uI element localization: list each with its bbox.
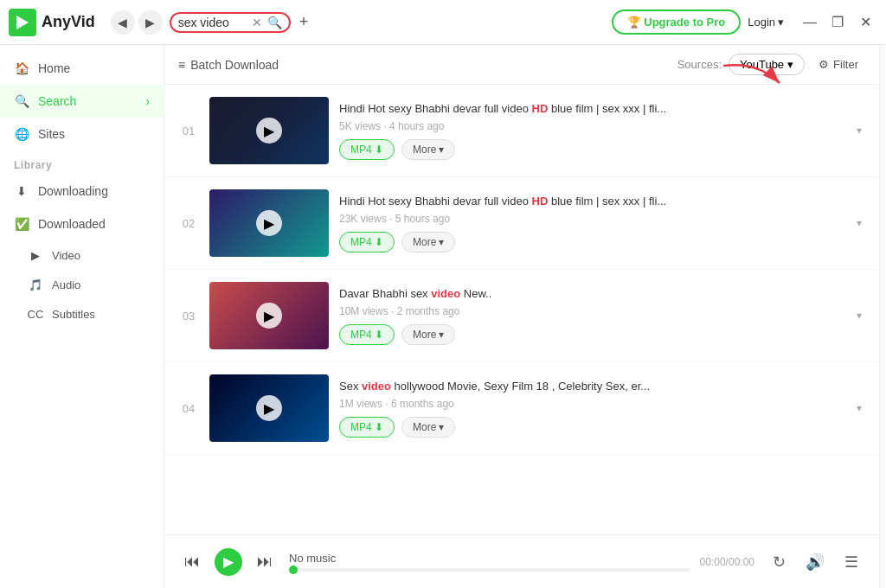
result-number: 01 [178, 125, 199, 137]
more-label: More [413, 329, 436, 341]
login-chevron: ▾ [778, 16, 784, 29]
search-icon: 🔍 [14, 93, 29, 109]
player-track: No music [289, 552, 690, 572]
main-layout: 🏠 Home 🔍 Search › 🌐 Sites Library ⬇ Down… [0, 45, 886, 588]
sites-icon: 🌐 [14, 126, 29, 142]
next-button[interactable]: ⏭ [251, 548, 279, 576]
minimize-button[interactable]: — [798, 10, 822, 35]
sidebar: 🏠 Home 🔍 Search › 🌐 Sites Library ⬇ Down… [0, 45, 164, 588]
more-chevron: ▾ [439, 236, 444, 248]
youtube-source-button[interactable]: YouTube ▾ [729, 54, 805, 75]
track-progress-dot [289, 566, 298, 574]
volume-button[interactable]: 🔊 [801, 548, 829, 576]
title-post: hollywood Movie, Sexy Film 18 , Celebrit… [391, 380, 650, 393]
player-time: 00:00/00:00 [700, 556, 754, 568]
youtube-label: YouTube [740, 58, 784, 71]
content-area: ≡ Batch Download Sources: YouTube ▾ ⚙ Fi… [164, 45, 879, 588]
more-button[interactable]: More ▾ [401, 324, 455, 345]
result-item: 02 ▶ Hindi Hot sexy Bhabhi devar full vi… [164, 177, 879, 270]
mp4-download-button[interactable]: MP4 ⬇ [339, 417, 395, 438]
filter-button[interactable]: ⚙ Filter [812, 54, 865, 74]
sidebar-item-home[interactable]: 🏠 Home [0, 52, 164, 85]
home-icon: 🏠 [14, 61, 29, 76]
title-post: blue film | sex xxx | fli... [548, 102, 666, 115]
tab-add-button[interactable]: + [299, 13, 309, 31]
close-button[interactable]: ✕ [853, 10, 877, 35]
mp4-download-button[interactable]: MP4 ⬇ [339, 324, 395, 345]
subtitles-icon: CC [28, 306, 43, 322]
back-button[interactable]: ◀ [111, 10, 135, 35]
sidebar-audio-label: Audio [52, 278, 80, 291]
sidebar-item-search[interactable]: 🔍 Search › [0, 85, 164, 118]
prev-button[interactable]: ⏮ [178, 548, 206, 576]
sidebar-item-sites[interactable]: 🌐 Sites [0, 118, 164, 150]
play-overlay: ▶ [256, 118, 282, 144]
title-highlight: video [431, 287, 460, 300]
tab-search-button[interactable]: 🔍 [267, 16, 282, 29]
library-label: Library [0, 150, 164, 175]
more-chevron: ▾ [439, 144, 444, 156]
bottom-player: ⏮ ▶ ⏭ No music 00:00/00:00 ↻ 🔊 ☰ [164, 534, 879, 588]
more-button[interactable]: More ▾ [401, 417, 455, 438]
repeat-button[interactable]: ↻ [765, 548, 793, 576]
sidebar-sub-item-subtitles[interactable]: CC Subtitles [0, 299, 164, 329]
tab-close-button[interactable]: ✕ [250, 16, 264, 29]
result-dropdown-arrow[interactable]: ▾ [853, 399, 865, 418]
result-info: Sex video hollywood Movie, Sexy Film 18 … [339, 379, 843, 438]
forward-button[interactable]: ▶ [138, 10, 163, 35]
content-header: ≡ Batch Download Sources: YouTube ▾ ⚙ Fi… [164, 45, 879, 85]
title-highlight: HD [532, 195, 549, 208]
result-info: Hindi Hot sexy Bhabhi devar full video H… [339, 194, 843, 252]
filter-icon: ⚙ [819, 58, 829, 71]
sources-label: Sources: [677, 58, 722, 71]
title-pre: Hindi Hot sexy Bhabhi devar full video [339, 102, 532, 115]
result-dropdown-arrow[interactable]: ▾ [853, 214, 865, 233]
title-highlight: HD [532, 102, 549, 115]
mp4-download-button[interactable]: MP4 ⬇ [339, 139, 395, 160]
sidebar-sub-item-audio[interactable]: 🎵 Audio [0, 270, 164, 299]
result-item: 01 ▶ Hindi Hot sexy Bhabhi devar full vi… [164, 85, 879, 177]
search-chevron: › [145, 94, 150, 108]
more-chevron: ▾ [439, 329, 444, 341]
sources-area: Sources: YouTube ▾ ⚙ Filter [677, 54, 865, 75]
title-highlight: video [362, 380, 391, 393]
scrollbar[interactable] [879, 45, 886, 588]
track-title: No music [289, 552, 690, 565]
result-thumbnail[interactable]: ▶ [209, 282, 329, 349]
sidebar-sub-item-video[interactable]: ▶ Video [0, 240, 164, 270]
maximize-button[interactable]: ❐ [825, 10, 850, 35]
sidebar-subtitles-label: Subtitles [52, 308, 95, 321]
sidebar-video-label: Video [52, 249, 80, 262]
sidebar-item-downloading[interactable]: ⬇ Downloading [0, 175, 164, 208]
result-thumbnail[interactable]: ▶ [209, 189, 329, 257]
sidebar-item-downloaded[interactable]: ✅ Downloaded [0, 208, 164, 240]
batch-download-button[interactable]: ≡ Batch Download [178, 58, 279, 72]
play-overlay: ▶ [256, 303, 282, 329]
result-thumbnail[interactable]: ▶ [209, 97, 329, 164]
playlist-button[interactable]: ☰ [838, 548, 865, 576]
upgrade-button[interactable]: 🏆 Upgrade to Pro [612, 10, 742, 35]
result-number: 02 [178, 217, 199, 230]
result-thumbnail[interactable]: ▶ [209, 374, 329, 442]
play-pause-button[interactable]: ▶ [215, 548, 242, 576]
more-button[interactable]: More ▾ [401, 232, 455, 252]
title-post: blue film | sex xxx | fli... [548, 195, 666, 208]
title-pre: Hindi Hot sexy Bhabhi devar full video [339, 195, 532, 208]
more-button[interactable]: More ▾ [401, 139, 455, 160]
mp4-download-button[interactable]: MP4 ⬇ [339, 232, 395, 252]
result-title: Davar Bhabhi sex video New.. [339, 286, 843, 302]
sidebar-downloading-label: Downloading [38, 184, 108, 198]
track-progress-bar[interactable] [289, 568, 690, 572]
more-label: More [413, 144, 436, 156]
result-dropdown-arrow[interactable]: ▾ [853, 306, 865, 325]
player-extra-controls: ↻ 🔊 ☰ [765, 548, 865, 576]
result-actions: MP4 ⬇ More ▾ [339, 324, 843, 345]
result-dropdown-arrow[interactable]: ▾ [853, 121, 865, 140]
logo-area: AnyVid [9, 9, 95, 36]
result-item: 04 ▶ Sex video hollywood Movie, Sexy Fil… [164, 362, 879, 455]
result-title: Hindi Hot sexy Bhabhi devar full video H… [339, 194, 843, 209]
sidebar-home-label: Home [38, 61, 70, 75]
login-button[interactable]: Login ▾ [748, 16, 784, 29]
sidebar-sites-label: Sites [38, 127, 65, 141]
result-meta: 5K views · 4 hours ago [339, 120, 843, 132]
